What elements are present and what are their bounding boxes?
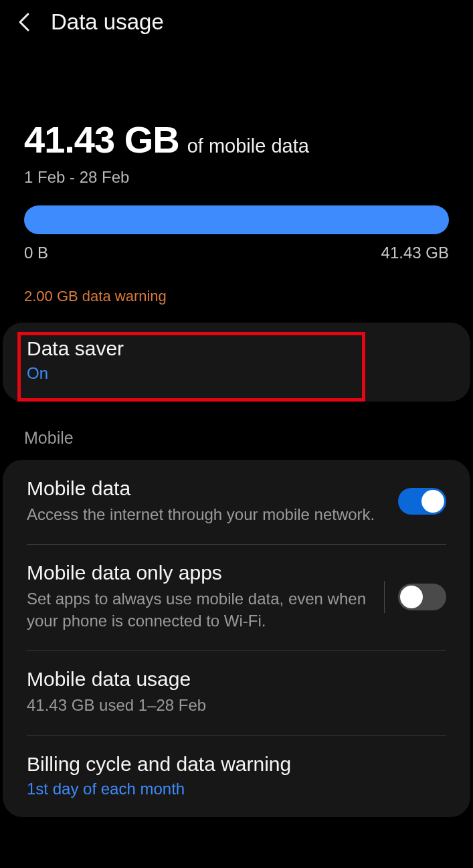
billing-cycle-row[interactable]: Billing cycle and data warning 1st day o… <box>3 735 470 817</box>
mobile-data-text: Mobile data Access the internet through … <box>27 477 398 525</box>
mobile-data-only-apps-subtitle: Set apps to always use mobile data, even… <box>27 588 376 632</box>
mobile-section: Mobile data Access the internet through … <box>3 460 470 817</box>
mobile-data-row[interactable]: Mobile data Access the internet through … <box>3 460 470 544</box>
mobile-data-title: Mobile data <box>27 477 390 500</box>
mobile-data-usage-text: Mobile data usage 41.43 GB used 1–28 Feb <box>27 668 446 716</box>
mobile-data-only-apps-row[interactable]: Mobile data only apps Set apps to always… <box>3 544 470 650</box>
usage-progress-bar <box>24 205 449 234</box>
mobile-data-only-apps-title: Mobile data only apps <box>27 561 376 584</box>
usage-period: 1 Feb - 28 Feb <box>24 168 449 187</box>
usage-suffix: of mobile data <box>187 135 309 157</box>
mobile-data-subtitle: Access the internet through your mobile … <box>27 504 390 525</box>
mobile-data-only-apps-text: Mobile data only apps Set apps to always… <box>27 561 384 632</box>
toggle-knob <box>421 490 444 513</box>
progress-labels: 0 B 41.43 GB <box>24 244 449 262</box>
usage-summary: 41.43 GB of mobile data 1 Feb - 28 Feb 0… <box>0 44 473 305</box>
progress-max-label: 41.43 GB <box>381 244 449 262</box>
billing-cycle-subtitle: 1st day of each month <box>27 780 438 798</box>
mobile-data-only-apps-toggle[interactable] <box>398 584 446 610</box>
toggle-divider <box>384 581 385 613</box>
toggle-knob <box>400 586 423 608</box>
progress-min-label: 0 B <box>24 244 48 262</box>
data-saver-row[interactable]: Data saver On <box>3 323 470 402</box>
mobile-data-toggle[interactable] <box>398 488 446 515</box>
mobile-data-usage-title: Mobile data usage <box>27 668 438 691</box>
mobile-data-usage-row[interactable]: Mobile data usage 41.43 GB used 1–28 Feb <box>3 650 470 735</box>
billing-cycle-title: Billing cycle and data warning <box>27 753 438 776</box>
data-saver-title: Data saver <box>27 337 446 360</box>
data-warning-text: 2.00 GB data warning <box>24 288 449 305</box>
header-bar: Data usage <box>0 0 473 44</box>
usage-amount: 41.43 GB <box>24 118 179 161</box>
mobile-data-usage-subtitle: 41.43 GB used 1–28 Feb <box>27 695 438 716</box>
billing-cycle-text: Billing cycle and data warning 1st day o… <box>27 753 446 798</box>
back-icon[interactable] <box>13 11 35 33</box>
usage-amount-line: 41.43 GB of mobile data <box>24 118 449 161</box>
data-saver-status: On <box>27 364 446 383</box>
page-title: Data usage <box>51 9 164 35</box>
mobile-section-label: Mobile <box>0 402 473 460</box>
